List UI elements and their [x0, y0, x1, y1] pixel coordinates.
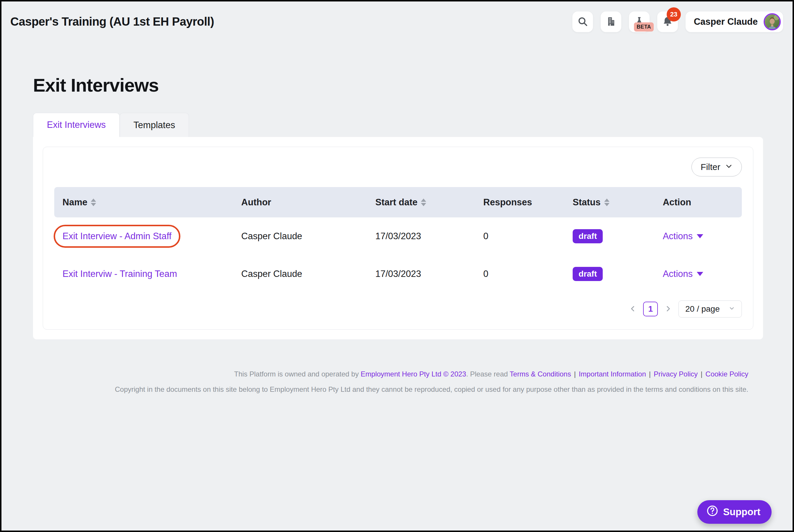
column-header-responses: Responses [475, 197, 565, 208]
caret-down-icon [697, 234, 703, 238]
filter-button[interactable]: Filter [691, 157, 742, 176]
avatar [764, 13, 781, 30]
app-frame: Casper's Training (AU 1st EH Payroll) [0, 0, 794, 532]
page-title: Exit Interviews [33, 75, 763, 96]
company-button[interactable] [601, 12, 621, 32]
support-button[interactable]: Support [697, 500, 772, 524]
org-title: Casper's Training (AU 1st EH Payroll) [10, 12, 214, 28]
page-size-select[interactable]: 20 / page [679, 301, 742, 318]
name-cell: Exit Interviw - Training Team [54, 269, 233, 279]
column-header-name[interactable]: Name [54, 197, 233, 208]
topbar: Casper's Training (AU 1st EH Payroll) [1, 1, 793, 43]
page-size-value: 20 / page [685, 304, 720, 314]
question-circle-icon [706, 505, 719, 519]
notification-badge: 23 [667, 7, 681, 21]
pagination: 1 20 / page [54, 301, 742, 318]
caret-down-icon [697, 272, 703, 276]
page-number-button[interactable]: 1 [643, 302, 658, 316]
tab-templates[interactable]: Templates [119, 113, 189, 137]
actions-menu-button[interactable]: Actions [663, 231, 703, 242]
search-button[interactable] [572, 12, 593, 32]
tab-exit-interviews[interactable]: Exit Interviews [33, 113, 119, 137]
interview-name-link[interactable]: Exit Interview - Admin Staff [62, 231, 171, 241]
action-cell: Actions [654, 231, 742, 242]
sort-icon[interactable] [604, 198, 609, 206]
chevron-down-icon [725, 162, 733, 172]
content-panel: Filter Name Author [33, 137, 763, 339]
footer: This Platform is owned and operated by E… [33, 366, 763, 397]
chevron-right-icon [664, 305, 672, 314]
company-link[interactable]: Employment Hero Pty Ltd © 2023 [361, 370, 466, 378]
topbar-actions: BETA 23 Casper Claude [572, 12, 783, 32]
card-toolbar: Filter [54, 157, 742, 176]
footer-line1: This Platform is owned and operated by E… [33, 366, 748, 382]
table-row: Exit Interviw - Training Team Casper Cla… [54, 255, 742, 293]
building-icon [605, 16, 616, 28]
column-header-author: Author [233, 197, 367, 208]
chevron-down-icon [728, 304, 735, 314]
important-info-link[interactable]: Important Information [579, 370, 646, 378]
footer-line2: Copyright in the documents on this site … [33, 382, 748, 397]
table-row: Exit Interview - Admin Staff Casper Clau… [54, 217, 742, 255]
status-cell: draft [565, 229, 654, 243]
terms-link[interactable]: Terms & Conditions [510, 370, 571, 378]
privacy-policy-link[interactable]: Privacy Policy [654, 370, 698, 378]
chevron-left-icon [629, 305, 636, 314]
actions-menu-button[interactable]: Actions [663, 269, 703, 279]
start-date-cell: 17/03/2023 [367, 231, 475, 242]
status-badge: draft [573, 267, 603, 281]
responses-cell: 0 [475, 231, 565, 242]
table-card: Filter Name Author [43, 147, 753, 330]
search-icon [577, 16, 588, 28]
sort-icon[interactable] [421, 198, 426, 206]
start-date-cell: 17/03/2023 [367, 269, 475, 279]
labs-beta-button[interactable]: BETA [629, 12, 650, 32]
interview-name-link[interactable]: Exit Interviw - Training Team [62, 269, 177, 279]
action-cell: Actions [654, 269, 742, 279]
name-cell: Exit Interview - Admin Staff [54, 231, 233, 242]
table-header-row: Name Author Start date Responses Statu [54, 187, 742, 217]
notifications-button[interactable]: 23 [657, 12, 678, 32]
author-cell: Casper Claude [233, 231, 367, 242]
sort-icon[interactable] [91, 198, 96, 206]
responses-cell: 0 [475, 269, 565, 279]
status-badge: draft [573, 229, 603, 243]
beta-badge: BETA [634, 22, 654, 32]
column-header-start-date[interactable]: Start date [367, 197, 475, 208]
next-page-button[interactable] [664, 305, 672, 314]
support-label: Support [723, 506, 760, 517]
prev-page-button[interactable] [629, 305, 636, 314]
user-name: Casper Claude [694, 17, 758, 27]
tab-bar: Exit Interviews Templates [33, 113, 763, 137]
status-cell: draft [565, 267, 654, 281]
cookie-policy-link[interactable]: Cookie Policy [706, 370, 748, 378]
filter-label: Filter [701, 162, 720, 172]
main-content: Exit Interviews Exit Interviews Template… [1, 75, 793, 397]
author-cell: Casper Claude [233, 269, 367, 279]
column-header-action: Action [654, 197, 742, 208]
user-menu-button[interactable]: Casper Claude [685, 12, 783, 32]
column-header-status[interactable]: Status [565, 197, 654, 208]
